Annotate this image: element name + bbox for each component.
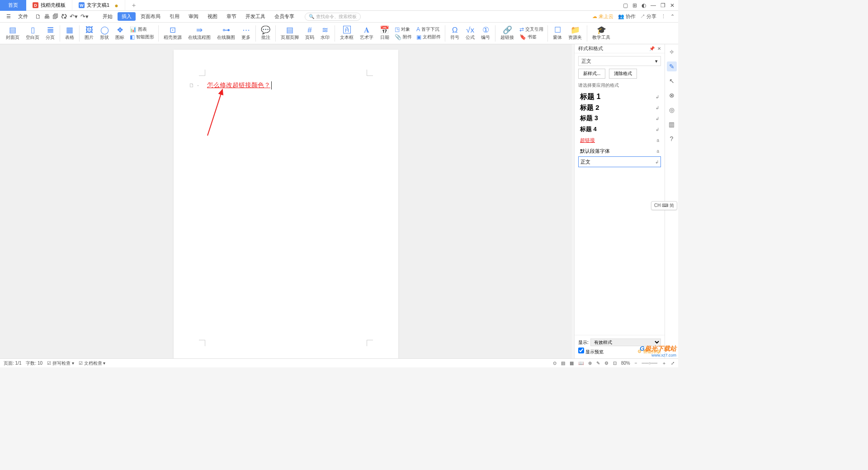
help-icon[interactable]: ? <box>667 134 677 144</box>
widgets-icon[interactable]: ▥ <box>667 119 677 129</box>
smart-layout-button[interactable]: ⚙ 智能排版 <box>637 348 661 355</box>
page-indicator[interactable]: 页面: 1/1 <box>4 360 21 367</box>
redo-icon[interactable]: ↷▾ <box>80 13 89 20</box>
clear-format-button[interactable]: 清除格式 <box>609 69 637 79</box>
style-heading2[interactable]: 标题 2↲ <box>578 102 661 113</box>
style-heading1[interactable]: 标题 1↲ <box>578 91 661 102</box>
reading-icon[interactable]: 📖 <box>578 361 584 366</box>
ribtab-start[interactable]: 开始 <box>99 12 117 21</box>
numbering-button[interactable]: ①编号 <box>478 24 493 43</box>
docparts-button[interactable]: ▣文档部件 <box>414 33 443 41</box>
focus-icon[interactable]: ⊙ <box>553 361 557 366</box>
word-count[interactable]: 字数: 10 <box>26 360 42 367</box>
style-heading3[interactable]: 标题 3↲ <box>578 113 661 124</box>
edit-icon[interactable]: ✎ <box>596 361 600 366</box>
save-icon[interactable]: 🗋 <box>35 13 41 20</box>
more-button[interactable]: ⋯更多 <box>238 24 254 43</box>
zoom-level[interactable]: 80% <box>621 361 630 366</box>
layout-icon[interactable]: ▢ <box>623 2 628 9</box>
mindmap-button[interactable]: ⊶在线脑图 <box>214 24 238 43</box>
current-style-select[interactable]: 正文▾ <box>578 56 661 66</box>
more-icon[interactable]: ⋮ <box>661 14 666 19</box>
style-default-font[interactable]: 默认段落字体a <box>578 146 661 156</box>
equation-button[interactable]: √x公式 <box>462 24 478 43</box>
smartart-button[interactable]: ◧智能图形 <box>127 33 156 41</box>
textbox-button[interactable]: 🄰文本框 <box>337 24 357 43</box>
style-body[interactable]: 正文↲ <box>578 156 661 167</box>
new-tab-button[interactable]: ＋ <box>125 0 142 11</box>
page-break-button[interactable]: 𝌆分页 <box>42 24 58 43</box>
ribtab-member[interactable]: 会员专享 <box>270 12 298 21</box>
styles-icon[interactable]: ✎ <box>667 61 677 71</box>
undo-icon[interactable]: ↶▾ <box>70 13 78 20</box>
document-workspace[interactable]: 🗋 - 怎么修改超链接颜色？ <box>0 44 572 358</box>
ribtab-dev[interactable]: 开发工具 <box>241 12 269 21</box>
analysis-icon[interactable]: ⊗ <box>667 90 677 100</box>
settings-icon[interactable]: ⚙ <box>604 361 609 366</box>
preview-icon[interactable]: 🗐 <box>52 13 58 20</box>
symbol-button[interactable]: Ω符号 <box>447 24 462 43</box>
view2-icon[interactable]: ▦ <box>570 361 574 366</box>
ribtab-section[interactable]: 章节 <box>222 12 241 21</box>
ribtab-reference[interactable]: 引用 <box>165 12 184 21</box>
comment-button[interactable]: 💬批注 <box>258 24 274 43</box>
ime-indicator[interactable]: CH ⌨ 简 <box>651 201 677 210</box>
wordart-button[interactable]: 𝐀艺术字 <box>357 24 377 43</box>
print-icon[interactable]: 🖶 <box>44 13 50 20</box>
collapse-icon[interactable]: ⌃ <box>670 14 675 19</box>
ribtab-insert[interactable]: 插入 <box>118 12 136 21</box>
collab-button[interactable]: 👥 协作 <box>618 13 636 20</box>
preview-checkbox[interactable]: 显示预览 <box>578 348 604 355</box>
dropcap-button[interactable]: A首字下沉 <box>414 26 443 33</box>
chart-button[interactable]: 📊图表 <box>127 26 156 33</box>
file-menu[interactable]: 文件 <box>15 12 31 21</box>
ribtab-layout[interactable]: 页面布局 <box>137 12 165 21</box>
resource-folder-button[interactable]: 📁资源夹 <box>565 24 585 43</box>
fit-icon[interactable]: ⊡ <box>613 361 617 366</box>
user-icon[interactable]: ◐ <box>642 2 646 9</box>
spell-check[interactable]: ☑ 拼写检查 ▾ <box>47 360 74 367</box>
new-style-button[interactable]: 新样式... <box>578 69 605 79</box>
icon-button[interactable]: ❖图标 <box>112 24 127 43</box>
zoom-out-icon[interactable]: − <box>635 361 637 366</box>
attachment-button[interactable]: 📎附件 <box>392 33 414 41</box>
refresh-icon[interactable]: 🗘 <box>61 13 67 20</box>
hyperlink-button[interactable]: 🔗超链接 <box>497 24 517 43</box>
hamburger-icon[interactable]: ☰ <box>4 13 14 20</box>
maximize-icon[interactable]: ❐ <box>660 2 665 9</box>
zoom-slider[interactable]: ──○── <box>642 361 657 366</box>
select-icon[interactable]: ↖ <box>667 76 677 86</box>
web-icon[interactable]: ⊕ <box>588 361 592 366</box>
flowchart-button[interactable]: ⇛在线流程图 <box>185 24 214 43</box>
resource-button[interactable]: ⊡稻壳资源 <box>160 24 185 43</box>
zoom-in-icon[interactable]: ＋ <box>662 360 666 367</box>
share-button[interactable]: ↗ 分享 <box>640 13 656 20</box>
content-check[interactable]: ☑ 文档检查 ▾ <box>79 360 106 367</box>
tab-templates[interactable]: D 找稻壳模板 <box>26 0 72 11</box>
teaching-button[interactable]: 🎓教学工具 <box>589 24 613 43</box>
tab-home[interactable]: 首页 <box>0 0 26 11</box>
picture-button[interactable]: 🖼图片 <box>81 24 97 43</box>
form-button[interactable]: ☐窗体 <box>550 24 565 43</box>
crossref-button[interactable]: ⇄交叉引用 <box>517 26 546 33</box>
grid-icon[interactable]: ⊞ <box>632 2 637 9</box>
clipboard-icon[interactable]: ◎ <box>667 105 677 115</box>
assistant-icon[interactable]: ✧ <box>667 47 677 57</box>
ribtab-view[interactable]: 视图 <box>203 12 222 21</box>
close-icon[interactable]: ✕ <box>670 2 675 9</box>
style-hyperlink[interactable]: 超链接a <box>578 135 661 146</box>
document-page[interactable]: 🗋 - 怎么修改超链接颜色？ <box>174 50 398 358</box>
shapes-button[interactable]: ◯形状 <box>97 24 112 43</box>
blank-page-button[interactable]: ▯空白页 <box>23 24 42 43</box>
cover-page-button[interactable]: ▤封面页 <box>3 24 23 43</box>
minimize-icon[interactable]: — <box>651 2 656 9</box>
show-select[interactable]: 有效样式 <box>590 338 661 346</box>
ribtab-review[interactable]: 审阅 <box>184 12 203 21</box>
object-button[interactable]: ◳对象 <box>392 26 414 33</box>
expand-icon[interactable]: ⤢ <box>671 361 675 366</box>
table-button[interactable]: ▦表格 <box>62 24 77 43</box>
bookmark-button[interactable]: 🔖书签 <box>517 33 546 41</box>
pin-icon[interactable]: 📌 <box>649 46 655 51</box>
date-button[interactable]: 📅日期 <box>377 24 392 43</box>
tab-document[interactable]: W 文字文稿1 ● <box>72 0 125 11</box>
